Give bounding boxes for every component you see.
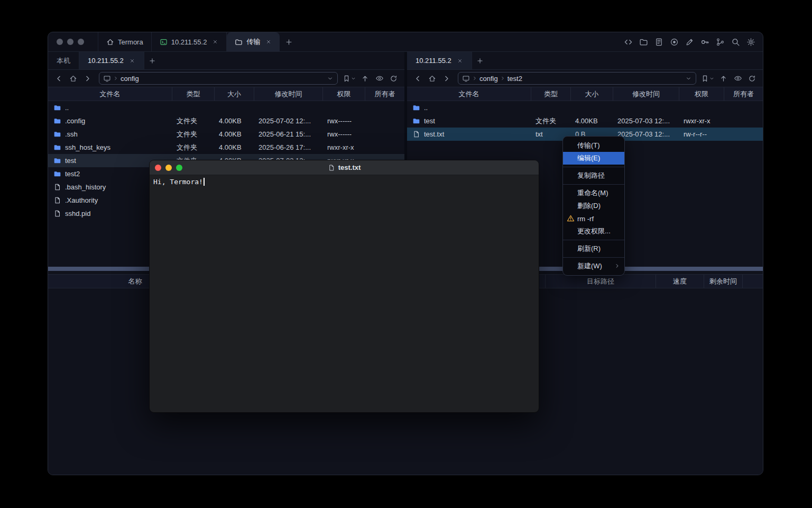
tab-termora[interactable]: Termora [98,32,152,51]
right-new-tab-button[interactable] [472,52,488,69]
up-arrow-icon [719,75,727,83]
forward-button[interactable] [81,72,94,85]
left-tab-local[interactable]: 本机 [48,52,79,69]
close-tab-icon[interactable] [457,58,463,64]
menu-item-edit[interactable]: 编辑(E) [563,152,624,165]
refresh-button[interactable] [387,72,400,85]
file-owner-cell [365,114,404,128]
code-icon[interactable] [623,38,633,47]
menu-item-refresh[interactable]: 刷新(R) [563,242,624,255]
chevron-down-icon[interactable] [327,75,334,82]
column-header-mtime[interactable]: 修改时间 [254,87,323,101]
bookmark-button[interactable] [343,75,356,83]
search-icon[interactable] [731,38,740,47]
transfer-column-speed[interactable]: 速度 [656,275,704,288]
bookmark-icon [343,75,350,83]
close-window-button[interactable] [155,165,161,171]
chevron-right-icon [500,75,506,81]
left-path-field[interactable]: config [99,72,338,85]
menu-item-transfer[interactable]: 传输(T) [563,139,624,152]
file-icon [53,183,61,191]
edit-icon[interactable] [685,38,694,47]
menu-item-copy-path[interactable]: 复制路径 [563,169,624,182]
editor-content[interactable]: Hi, Termora! [150,175,539,188]
left-new-tab-button[interactable] [144,52,160,69]
column-header-size[interactable]: 大小 [571,87,613,101]
close-window-button[interactable] [57,39,63,45]
log-icon[interactable] [654,38,663,47]
menu-item-delete[interactable]: 删除(D) [563,199,624,212]
file-row-parent[interactable]: .. [48,101,404,114]
path-segment[interactable]: config [479,75,498,83]
menu-item-rename[interactable]: 重命名(M) [563,187,624,199]
close-tab-icon[interactable] [265,39,272,45]
folder-icon[interactable] [639,38,648,47]
key-icon[interactable] [700,38,709,47]
transfer-column-target[interactable]: 目标路径 [546,275,656,288]
show-hidden-files-button[interactable] [373,72,386,85]
show-hidden-files-button[interactable] [731,72,744,85]
bookmark-button[interactable] [701,75,715,83]
refresh-icon [390,75,398,83]
path-segment[interactable]: test2 [508,75,522,83]
file-size-cell [571,101,613,114]
tab-host-10-211-55-2[interactable]: 10.211.55.2 [152,32,227,51]
file-name-cell: .. [48,101,172,114]
menu-item-rm-rf[interactable]: rm -rf [563,212,624,225]
refresh-button[interactable] [745,72,759,85]
column-header-owner[interactable]: 所有者 [724,87,763,101]
zoom-window-button[interactable] [176,165,182,171]
parent-directory-button[interactable] [717,72,730,85]
settings-icon[interactable] [746,38,755,47]
editor-text: Hi, Termora! [153,178,203,186]
menu-separator [563,184,624,185]
new-tab-button[interactable] [280,32,298,51]
column-header-owner[interactable]: 所有者 [365,87,404,101]
menu-item-change-permissions[interactable]: 更改权限... [563,225,624,238]
left-tab-host[interactable]: 10.211.55.2 [79,52,144,69]
close-tab-icon[interactable] [129,58,135,64]
column-header-type[interactable]: 类型 [172,87,215,101]
left-panel-toolbar: config [48,70,404,87]
parent-directory-button[interactable] [358,72,372,85]
close-tab-icon[interactable] [212,39,218,45]
transfer-column-eta[interactable]: 剩余时间 [704,275,743,288]
file-row-config[interactable]: .config 文件夹 4.00KB 2025-07-02 12:... rwx… [48,114,404,128]
right-path-field[interactable]: config test2 [458,72,696,85]
column-header-type[interactable]: 类型 [531,87,571,101]
chevron-down-icon[interactable] [685,75,692,82]
menu-item-new[interactable]: 新建(W) [563,260,624,273]
tab-transfer[interactable]: 传输 [227,32,280,51]
file-row-ssh-host-keys[interactable]: ssh_host_keys 文件夹 4.00KB 2025-06-26 17:.… [48,141,404,154]
file-perms-cell: rwx------ [323,114,365,128]
record-icon[interactable] [669,38,679,47]
branch-icon[interactable] [715,38,725,47]
right-tab-host[interactable]: 10.211.55.2 [407,52,472,69]
column-header-perms[interactable]: 权限 [323,87,365,101]
column-header-size[interactable]: 大小 [215,87,254,101]
right-panel-toolbar: config test2 [407,70,763,87]
file-icon [53,196,61,204]
file-row-parent[interactable]: .. [407,101,763,114]
column-header-name[interactable]: 文件名 [48,87,172,101]
computer-icon [103,75,111,83]
computer-icon [462,75,470,83]
path-segment[interactable]: config [121,75,139,83]
minimize-window-button[interactable] [165,165,172,171]
tab-label: 10.211.55.2 [416,57,451,65]
file-size-cell [215,101,254,114]
minimize-window-button[interactable] [67,39,73,45]
column-header-mtime[interactable]: 修改时间 [613,87,679,101]
file-row-test[interactable]: test 文件夹 4.00KB 2025-07-03 12:... rwxr-x… [407,114,763,128]
submenu-arrow-icon [614,262,621,269]
forward-button[interactable] [440,72,453,85]
back-icon [414,75,422,83]
column-header-name[interactable]: 文件名 [407,87,531,101]
back-button[interactable] [411,72,425,85]
back-button[interactable] [52,72,66,85]
home-button[interactable] [426,72,439,85]
file-row-ssh[interactable]: .ssh 文件夹 4.00KB 2025-06-21 15:... rwx---… [48,128,404,141]
zoom-window-button[interactable] [78,39,84,45]
column-header-perms[interactable]: 权限 [679,87,724,101]
home-button[interactable] [67,72,80,85]
